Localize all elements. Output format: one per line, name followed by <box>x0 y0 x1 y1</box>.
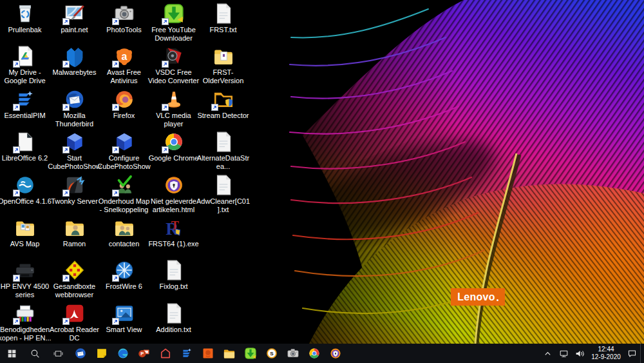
desktop-icon-hp-envy-4500-series[interactable]: HP ENVY 4500 series <box>0 257 50 300</box>
desktop-icon-essentialpim[interactable]: EssentialPIM <box>0 86 50 129</box>
openoffice-4-1-6-icon <box>14 174 36 196</box>
shortcut-arrow-icon <box>112 18 119 25</box>
lenovo-logo: Lenovo <box>451 288 505 306</box>
taskbar-app-mozilla-thunderbird[interactable] <box>70 344 91 363</box>
taskbar-app-sticky-notes[interactable] <box>91 344 112 363</box>
svg-text:P: P <box>140 351 144 357</box>
desktop-icon-free-youtube-downloader[interactable]: Free YouTube Downloader <box>149 1 198 43</box>
desktop-icon-addition-txt[interactable]: Addition.txt <box>149 300 198 343</box>
taskbar-app-free-youtube-downloader[interactable] <box>240 344 261 363</box>
desktop-icon-google-chrome[interactable]: Google Chrome <box>149 129 198 172</box>
network-button[interactable] <box>556 344 572 363</box>
taskbar-app-phototools[interactable] <box>282 344 303 363</box>
my-drive-google-drive-icon <box>14 45 36 67</box>
desktop-icon-configure-cubephotoshow[interactable]: Configure CubePhotoShow <box>99 129 149 172</box>
icon-label: Start CubePhotoShow <box>48 154 102 171</box>
configure-cubephotoshow-icon <box>113 131 135 153</box>
desktop-icon-phototools[interactable]: PhotoTools <box>99 1 149 43</box>
desktop-icon-frostwire-6[interactable]: FrostWire 6 <box>99 257 149 300</box>
desktop-icon-vlc-media-player[interactable]: VLC media player <box>149 86 198 129</box>
desktop-icon-mozilla-thunderbird[interactable]: Mozilla Thunderbird <box>50 86 99 129</box>
task-view-button[interactable] <box>46 344 70 363</box>
desktop-icon-twonky-server[interactable]: Twonky Server <box>50 172 99 215</box>
icon-label: VLC media player <box>147 112 201 128</box>
network-icon <box>558 348 569 359</box>
shortcut-arrow-icon <box>112 190 119 197</box>
shortcut-arrow-icon <box>211 104 218 111</box>
desktop-icon-firefox[interactable]: Firefox <box>99 86 149 129</box>
clock[interactable]: 12:44 12-9-2020 <box>588 346 624 361</box>
icon-label: Malwarebytes <box>48 68 102 77</box>
show-desktop-button[interactable] <box>640 344 644 363</box>
desktop-icon-adwcleaner-c01-txt[interactable]: AdwCleaner[C01].txt <box>198 172 248 215</box>
shortcut-arrow-icon <box>112 104 119 111</box>
desktop-icon-malwarebytes[interactable]: Malwarebytes <box>50 43 99 86</box>
desktop-icon-ramon[interactable]: Ramon <box>50 215 99 257</box>
desktop-icon-vsdc-free-video-converter-x32[interactable]: VSDC Free Video Converter x32 <box>149 43 198 86</box>
taskbar-app-firefox-private[interactable] <box>325 344 346 363</box>
mozilla-thunderbird-icon <box>64 88 86 110</box>
desktop-icon-stream-detector[interactable]: Stream Detector <box>198 86 248 129</box>
task-view-icon <box>53 348 64 359</box>
shortcut-arrow-icon <box>62 61 70 68</box>
benodigdheden-kopen-hp-en-icon <box>14 302 36 324</box>
taskbar-app-essentialpim[interactable] <box>176 344 197 363</box>
icon-label: AdwCleaner[C01].txt <box>196 197 251 214</box>
desktop-icon-benodigdheden-kopen-hp-en[interactable]: Benodigdheden kopen - HP EN... <box>0 300 50 343</box>
taskbar-app-ing-app[interactable] <box>197 344 218 363</box>
desktop-icon-prullenbak[interactable]: Prullenbak <box>0 1 50 43</box>
phototools-icon <box>287 347 299 360</box>
desktop-icon-frst-txt[interactable]: FRST.txt <box>198 1 248 43</box>
icon-label: FRST64 (1).exe <box>147 240 201 248</box>
shortcut-arrow-icon <box>162 61 169 68</box>
niet-geleverde-artikelen-html-icon <box>163 174 185 196</box>
start-button[interactable] <box>0 344 23 363</box>
shortcut-arrow-icon <box>112 61 119 68</box>
desktop-icon-frst-olderversion[interactable]: FRST-OlderVersion <box>198 43 248 86</box>
clock-date: 12-9-2020 <box>588 353 624 361</box>
desktop-icon-alternatedatastrea[interactable]: AlternateDataStrea... <box>198 129 248 172</box>
desktop-icon-smart-view[interactable]: Smart View <box>99 300 149 343</box>
taskbar-app-powerpoint[interactable]: P <box>133 344 155 363</box>
desktop-icon-niet-geleverde-artikelen-html[interactable]: Niet geleverde artikelen.html <box>149 172 198 215</box>
desktop-icon-avast-free-antivirus[interactable]: aAvast Free Antivirus <box>99 43 149 86</box>
taskbar-pinned-apps: PS <box>70 344 346 363</box>
desktop-icon-gesandboxte-webbrowser[interactable]: Gesandboxte webbrowser <box>50 257 99 300</box>
ing-app-icon <box>202 347 214 360</box>
shortcut-arrow-icon <box>162 146 169 153</box>
onderhoud-map-snelkoppeling-icon <box>113 174 135 196</box>
ramon-icon <box>64 217 86 239</box>
tray-overflow-button[interactable] <box>540 344 556 363</box>
svg-text:S: S <box>270 351 274 357</box>
icon-label: Google Chrome <box>147 154 201 162</box>
desktop-icon-start-cubephotoshow[interactable]: Start CubePhotoShow <box>50 129 99 172</box>
desktop-icon-my-drive-google-drive[interactable]: My Drive - Google Drive <box>0 43 50 86</box>
desktop-icon-avs-map[interactable]: AVS Map <box>0 215 50 257</box>
desktop-icon-libreoffice-6-2[interactable]: LibreOffice 6.2 <box>0 129 50 172</box>
contacten-icon <box>113 217 135 239</box>
icon-label: AVS Map <box>0 240 52 248</box>
shortcut-arrow-icon <box>162 18 169 25</box>
icon-label: Mozilla Thunderbird <box>48 112 102 128</box>
icon-label: Niet geleverde artikelen.html <box>147 197 201 214</box>
taskbar-app-microsoft-edge[interactable] <box>112 344 133 363</box>
taskbar-app-file-explorer[interactable] <box>218 344 240 363</box>
desktop-icon-openoffice-4-1-6[interactable]: OpenOffice 4.1.6 <box>0 172 50 215</box>
action-center-button[interactable] <box>624 344 640 363</box>
taskbar-app-sandboxie[interactable]: S <box>261 344 282 363</box>
desktop-icon-fixlog-txt[interactable]: Fixlog.txt <box>149 257 198 300</box>
shortcut-arrow-icon <box>13 318 20 325</box>
desktop-icon-frst64-1-exe[interactable]: RTFRST64 (1).exe <box>149 215 198 257</box>
desktop-icon-paint-net[interactable]: paint.net <box>50 1 99 43</box>
icon-label: Smart View <box>97 326 151 334</box>
taskbar-app-home-app[interactable] <box>155 344 176 363</box>
desktop-icon-onderhoud-map-snelkoppeling[interactable]: Onderhoud Map - Snelkoppeling <box>99 172 149 215</box>
desktop-icon-contacten[interactable]: contacten <box>99 215 149 257</box>
volume-button[interactable] <box>572 344 588 363</box>
search-button[interactable] <box>23 344 46 363</box>
icon-label: Stream Detector <box>196 112 251 120</box>
desktop-icon-acrobat-reader-dc[interactable]: Acrobat Reader DC <box>50 300 99 343</box>
taskbar-app-google-chrome[interactable] <box>303 344 325 363</box>
icon-label: HP ENVY 4500 series <box>0 282 52 299</box>
essentialpim-icon <box>180 347 193 360</box>
